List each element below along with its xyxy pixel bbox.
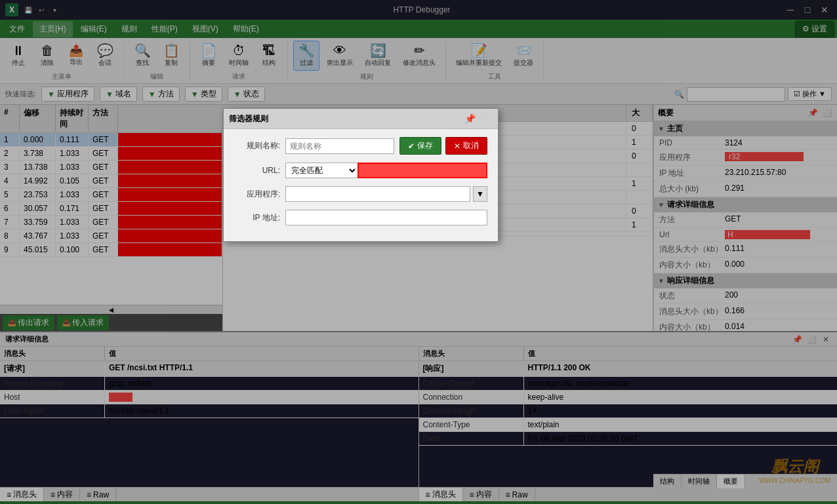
app-combo-container: ▼ (285, 186, 487, 202)
dialog-controls: 📌 ✕ (462, 111, 493, 126)
rulename-input[interactable] (285, 138, 394, 154)
form-row-url: URL: 完全匹配 包含 开头 正则 (234, 163, 487, 178)
save-label: 保存 (417, 140, 433, 151)
filter-dialog: 筛选器规则 📌 ✕ 规则名称: ✔ 保存 ✕ 取消 (223, 108, 499, 242)
ip-input[interactable] (285, 210, 487, 225)
save-check-icon: ✔ (408, 142, 415, 151)
dialog-close-btn[interactable]: ✕ (478, 111, 493, 126)
rulename-label: 规则名称: (234, 140, 280, 151)
dialog-title: 筛选器规则 (229, 113, 268, 125)
dialog-pin-btn[interactable]: 📌 (462, 111, 477, 126)
app-label: 应用程序: (234, 189, 280, 200)
url-input-redbar[interactable] (357, 163, 487, 178)
url-combo: 完全匹配 包含 开头 正则 (285, 163, 487, 178)
ip-label: IP 地址: (234, 212, 280, 223)
save-btn[interactable]: ✔ 保存 (399, 137, 441, 155)
app-input[interactable] (285, 186, 470, 202)
dialog-titlebar: 筛选器规则 📌 ✕ (224, 109, 498, 129)
dialog-overlay: 筛选器规则 📌 ✕ 规则名称: ✔ 保存 ✕ 取消 (0, 0, 837, 504)
cancel-x-icon: ✕ (454, 142, 460, 151)
app-dropdown-btn[interactable]: ▼ (473, 186, 487, 202)
dialog-body: 规则名称: ✔ 保存 ✕ 取消 URL: (224, 129, 498, 241)
url-label: URL: (234, 166, 280, 175)
form-row-rulename: 规则名称: ✔ 保存 ✕ 取消 (234, 137, 487, 155)
form-row-app: 应用程序: ▼ (234, 186, 487, 202)
cancel-btn[interactable]: ✕ 取消 (445, 137, 487, 155)
form-row-ip: IP 地址: (234, 210, 487, 225)
url-match-type-select[interactable]: 完全匹配 包含 开头 正则 (285, 163, 357, 178)
cancel-label: 取消 (463, 140, 479, 151)
